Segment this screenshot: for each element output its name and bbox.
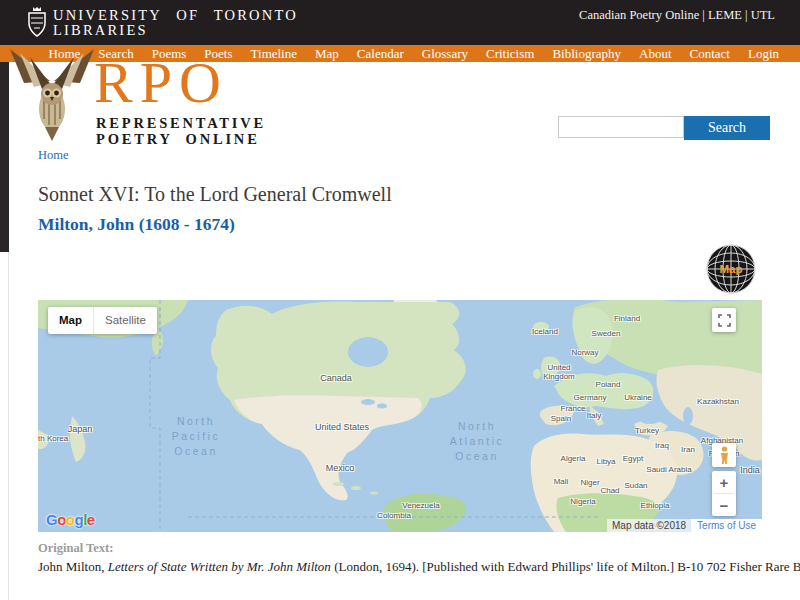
rpo-page: UNIVERSITY OF TORONTO LIBRARIES Canadian… [0,0,800,600]
nav-item-timeline[interactable]: Timeline [242,46,306,62]
map-label-iraq: Iraq [655,441,669,450]
map-label-colombia: Colombia [377,511,411,520]
map-label-ukraine: Ukraine [624,393,652,402]
citation-title-italic: Letters of State Written by Mr. John Mil… [108,559,331,574]
map-label-spain: Spain [551,414,571,423]
pegman-control[interactable] [712,443,736,467]
nav-item-login[interactable]: Login [739,46,788,62]
map-label-iran: Iran [681,445,695,454]
google-map[interactable]: Map Satellite + − Google Map data ©2018 … [38,300,762,532]
nav-item-calendar[interactable]: Calendar [348,46,413,62]
google-logo[interactable]: Google [46,511,95,528]
zoom-in-button[interactable]: + [712,471,736,493]
map-label-italy: Italy [587,411,602,420]
map-label-turkey: Turkey [635,426,659,435]
rpo-name-line1: REPRESENTATIVE [96,115,266,131]
search-button[interactable]: Search [684,116,770,140]
citation-suffix: (London, 1694). [Published with Edward P… [331,559,800,574]
map-label-sweden: Sweden [592,329,621,338]
map-label-poland: Poland [596,380,621,389]
uoft-crest-icon [26,6,48,39]
map-label-nigeria: Nigeria [570,497,595,506]
world-map-graphic [38,300,762,532]
author-link[interactable]: Milton, John (1608 - 1674) [38,214,235,235]
map-label-finland: Finland [614,314,640,323]
globe-map-icon[interactable]: Map [705,243,757,295]
map-label-north-pacific-ocean: North Pacific Ocean [172,414,220,459]
nav-item-contact[interactable]: Contact [681,46,739,62]
university-name-line2: LIBRARIES [53,23,298,38]
map-label-niger: Niger [580,478,599,487]
map-label-libya: Libya [596,457,615,466]
map-label-norway: Norway [571,348,598,357]
map-label-india: India [740,466,760,475]
map-label-south-korea: South Korea [38,434,68,443]
terms-of-use-link[interactable]: Terms of Use [691,519,762,532]
google-logo-letter: o [57,511,66,528]
breadcrumb-home-link[interactable]: Home [38,148,69,163]
university-topbar: UNIVERSITY OF TORONTO LIBRARIES Canadian… [0,0,800,45]
pegman-icon [719,446,730,464]
map-label-germany: Germany [574,393,607,402]
map-type-control: Map Satellite [48,307,157,334]
map-data-copyright: Map data ©2018 [607,519,691,532]
map-label-france: France [561,404,586,413]
map-label-saudi-arabia: Saudi Arabia [646,465,691,474]
globe-map-label: Map [720,263,743,275]
map-label-ethiopia: Ethiopia [641,501,670,510]
map-label-canada: Canada [320,374,352,383]
topbar-links[interactable]: Canadian Poetry Online | LEME | UTL [579,8,775,23]
rpo-logo-text[interactable]: RPO [94,54,228,112]
map-label-north-atlantic-ocean: North Atlantic Ocean [450,419,504,464]
map-label-sudan: Sudan [624,481,647,490]
google-logo-letter: g [75,511,84,528]
original-text-label: Original Text: [38,541,113,556]
google-logo-letter: o [66,511,75,528]
map-label-united-kingdom: United Kingdom [543,363,575,381]
map-label-japan: Japan [68,425,93,434]
google-logo-letter: e [87,511,95,528]
page-title: Sonnet XVI: To the Lord General Cromwell [38,183,392,206]
nav-item-about[interactable]: About [630,46,681,62]
map-label-mali: Mali [554,477,569,486]
map-label-kazakhstan: Kazakhstan [697,397,739,406]
rpo-name-line2: POETRY ONLINE [96,131,266,147]
citation-prefix: John Milton, [38,559,108,574]
nav-item-criticism[interactable]: Criticism [477,46,543,62]
map-label-chad: Chad [600,486,619,495]
rpo-site-name: REPRESENTATIVE POETRY ONLINE [96,115,266,147]
fullscreen-icon [718,314,731,327]
university-name: UNIVERSITY OF TORONTO LIBRARIES [53,8,298,38]
map-label-egypt: Egypt [623,454,643,463]
university-name-line1: UNIVERSITY OF TORONTO [53,8,298,23]
map-label-iceland: Iceland [532,327,558,336]
map-attribution: Map data ©2018 Terms of Use [607,519,762,532]
search-input[interactable] [558,116,684,138]
map-label-united-states: United States [315,423,369,432]
map-label-venezuela: Venezuela [402,501,439,510]
map-tab[interactable]: Map [48,307,93,334]
map-label-mexico: Mexico [326,464,355,473]
zoom-control: + − [712,471,736,516]
google-logo-letter: G [46,511,57,528]
nav-item-glossary[interactable]: Glossary [413,46,477,62]
owl-logo[interactable] [6,47,98,141]
left-divider-line [8,252,9,600]
citation-text: John Milton, Letters of State Written by… [38,559,800,575]
satellite-tab[interactable]: Satellite [93,307,157,334]
nav-item-bibliography[interactable]: Bibliography [543,46,630,62]
nav-item-map[interactable]: Map [306,46,348,62]
fullscreen-button[interactable] [712,308,736,332]
map-label-algeria: Algeria [561,454,586,463]
zoom-out-button[interactable]: − [712,494,736,516]
